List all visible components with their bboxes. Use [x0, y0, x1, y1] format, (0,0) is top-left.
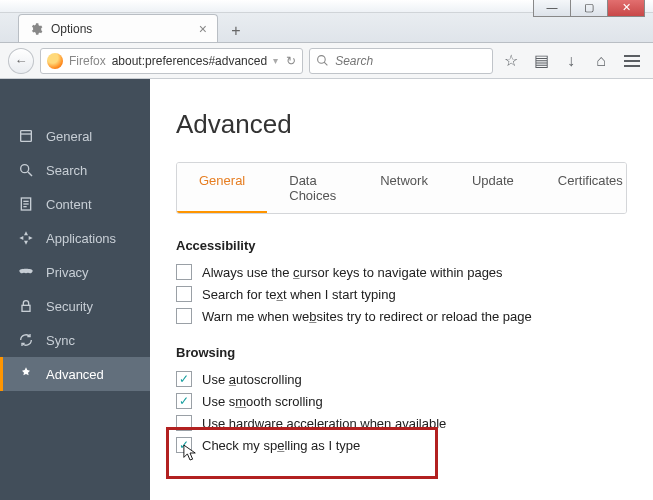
checkbox-row: Use hardware acceleration when available	[176, 412, 627, 434]
checkbox-label[interactable]: Use hardware acceleration when available	[202, 416, 446, 431]
gear-icon	[29, 22, 43, 36]
sidebar-item-sync[interactable]: Sync	[0, 323, 150, 357]
preferences-content: Advanced General Data Choices Network Up…	[150, 79, 653, 500]
advanced-subtabs: General Data Choices Network Update Cert…	[176, 162, 627, 214]
svg-rect-2	[21, 131, 32, 142]
window-maximize-button[interactable]: ▢	[570, 0, 608, 17]
section-browsing: Browsing	[176, 345, 627, 360]
downloads-button[interactable]: ↓	[559, 49, 583, 73]
brw-checkbox-1[interactable]	[176, 393, 192, 409]
sidebar-item-content[interactable]: Content	[0, 187, 150, 221]
reload-icon[interactable]: ↻	[286, 54, 296, 68]
checkbox-label[interactable]: Warn me when websites try to redirect or…	[202, 309, 532, 324]
tab-general[interactable]: General	[177, 163, 267, 214]
svg-rect-10	[22, 305, 30, 311]
back-button[interactable]: ←	[8, 48, 34, 74]
nav-toolbar: ← Firefox about:preferences#advanced ▾ ↻…	[0, 43, 653, 79]
acc-checkbox-2[interactable]	[176, 308, 192, 324]
search-input[interactable]	[335, 54, 486, 68]
home-button[interactable]: ⌂	[589, 49, 613, 73]
sidebar-item-label: General	[46, 129, 92, 144]
bookmark-star-button[interactable]: ☆	[499, 49, 523, 73]
window-titlebar: — ▢ ✕	[0, 0, 653, 13]
svg-line-1	[324, 62, 327, 65]
sidebar-item-applications[interactable]: Applications	[0, 221, 150, 255]
browser-tab-options[interactable]: Options ×	[18, 14, 218, 42]
url-text: about:preferences#advanced	[112, 54, 267, 68]
sidebar-item-search[interactable]: Search	[0, 153, 150, 187]
sidebar-item-general[interactable]: General	[0, 119, 150, 153]
sidebar-item-label: Advanced	[46, 367, 104, 382]
sync-icon	[18, 332, 34, 348]
checkbox-row: Search for text when I start typing	[176, 283, 627, 305]
tab-close-icon[interactable]: ×	[199, 21, 207, 37]
search-bar[interactable]	[309, 48, 493, 74]
privacy-icon	[18, 264, 34, 280]
checkbox-row: Check my spelling as I type	[176, 434, 627, 456]
search-icon	[18, 162, 34, 178]
tab-strip: Options × +	[0, 13, 653, 43]
sidebar-item-label: Content	[46, 197, 92, 212]
advanced-icon	[18, 366, 34, 382]
content-icon	[18, 196, 34, 212]
sidebar-item-label: Applications	[46, 231, 116, 246]
checkbox-row: Use autoscrolling	[176, 368, 627, 390]
search-icon	[316, 54, 329, 67]
checkbox-row: Warn me when websites try to redirect or…	[176, 305, 627, 327]
sidebar-item-label: Sync	[46, 333, 75, 348]
new-tab-button[interactable]: +	[224, 20, 248, 42]
hamburger-menu-button[interactable]	[619, 48, 645, 74]
svg-line-5	[28, 172, 32, 176]
tab-update[interactable]: Update	[450, 163, 536, 213]
checkbox-label[interactable]: Always use the cursor keys to navigate w…	[202, 265, 503, 280]
url-bar[interactable]: Firefox about:preferences#advanced ▾ ↻	[40, 48, 303, 74]
checkbox-label[interactable]: Check my spelling as I type	[202, 438, 360, 453]
window-minimize-button[interactable]: —	[533, 0, 571, 17]
checkbox-label[interactable]: Search for text when I start typing	[202, 287, 396, 302]
tab-network[interactable]: Network	[358, 163, 450, 213]
brw-checkbox-3[interactable]	[176, 437, 192, 453]
section-accessibility: Accessibility	[176, 238, 627, 253]
tab-data-choices[interactable]: Data Choices	[267, 163, 358, 213]
applications-icon	[18, 230, 34, 246]
brw-checkbox-2[interactable]	[176, 415, 192, 431]
sidebar-item-privacy[interactable]: Privacy	[0, 255, 150, 289]
brw-checkbox-0[interactable]	[176, 371, 192, 387]
checkbox-label[interactable]: Use smooth scrolling	[202, 394, 323, 409]
window-close-button[interactable]: ✕	[607, 0, 645, 17]
firefox-icon	[47, 53, 63, 69]
library-button[interactable]: ▤	[529, 49, 553, 73]
preferences-sidebar: General Search Content Applications Priv…	[0, 79, 150, 500]
lock-icon	[18, 298, 34, 314]
svg-point-0	[318, 56, 326, 64]
checkbox-row: Use smooth scrolling	[176, 390, 627, 412]
tab-title: Options	[51, 22, 92, 36]
sidebar-item-security[interactable]: Security	[0, 289, 150, 323]
svg-point-4	[21, 165, 29, 173]
url-dropdown-icon[interactable]: ▾	[273, 55, 278, 66]
page-title: Advanced	[176, 109, 627, 140]
sidebar-item-label: Security	[46, 299, 93, 314]
sidebar-item-label: Privacy	[46, 265, 89, 280]
sidebar-item-label: Search	[46, 163, 87, 178]
sidebar-item-advanced[interactable]: Advanced	[0, 357, 150, 391]
checkbox-label[interactable]: Use autoscrolling	[202, 372, 302, 387]
identity-label: Firefox	[69, 54, 106, 68]
checkbox-row: Always use the cursor keys to navigate w…	[176, 261, 627, 283]
acc-checkbox-1[interactable]	[176, 286, 192, 302]
tab-certificates[interactable]: Certificates	[536, 163, 627, 213]
general-icon	[18, 128, 34, 144]
acc-checkbox-0[interactable]	[176, 264, 192, 280]
